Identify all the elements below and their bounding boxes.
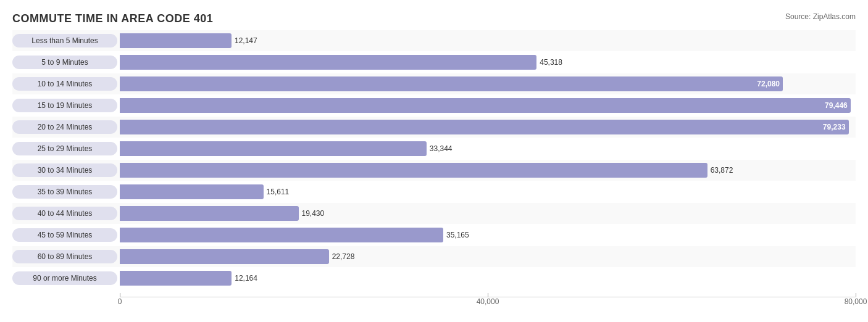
bar-fill: 79,233 (120, 120, 849, 134)
bar-label: 30 to 34 Minutes (12, 163, 117, 177)
bar-track: 79,233 (120, 120, 856, 134)
bar-track: 19,430 (120, 206, 856, 221)
bar-value: 79,233 (823, 123, 846, 131)
bar-fill: 72,080 (120, 76, 783, 91)
bar-fill (120, 141, 427, 156)
bar-row: 45 to 59 Minutes35,165 (12, 225, 856, 246)
bar-row: 5 to 9 Minutes45,318 (12, 52, 856, 73)
chart-source: Source: ZipAtlas.com (785, 12, 856, 21)
bars-container: Less than 5 Minutes12,1475 to 9 Minutes4… (12, 30, 856, 295)
bar-value: 79,446 (825, 101, 848, 110)
x-label-40k: 40,000 (477, 297, 499, 306)
bar-label: 10 to 14 Minutes (12, 77, 117, 91)
bar-row: 30 to 34 Minutes63,872 (12, 160, 856, 181)
bar-value: 33,344 (430, 144, 453, 153)
bar-row: 10 to 14 Minutes72,080 (12, 73, 856, 94)
chart-title: COMMUTE TIME IN AREA CODE 401 (12, 12, 856, 25)
bar-track: 22,728 (120, 249, 856, 264)
bar-label: 20 to 24 Minutes (12, 120, 117, 134)
bar-label: 5 to 9 Minutes (12, 56, 117, 69)
bar-row: 40 to 44 Minutes19,430 (12, 203, 856, 224)
bar-fill (120, 228, 443, 242)
bar-fill (120, 271, 232, 286)
bar-row: 20 to 24 Minutes79,233 (12, 117, 856, 138)
bar-track: 45,318 (120, 55, 856, 70)
bar-label: 45 to 59 Minutes (12, 228, 117, 242)
bar-label: 25 to 29 Minutes (12, 142, 117, 155)
bar-label: 40 to 44 Minutes (12, 207, 117, 220)
bar-fill (120, 33, 232, 48)
bar-row: 25 to 29 Minutes33,344 (12, 138, 856, 159)
bar-fill (120, 249, 329, 264)
chart-container: COMMUTE TIME IN AREA CODE 401 Source: Zi… (0, 0, 868, 322)
bar-fill (120, 55, 536, 70)
bar-track: 79,446 (120, 98, 856, 113)
bar-fill: 79,446 (120, 98, 851, 113)
bar-value: 22,728 (332, 252, 355, 261)
bar-value: 35,165 (446, 231, 469, 239)
bar-label: 60 to 89 Minutes (12, 250, 117, 263)
bar-fill (120, 184, 264, 199)
x-label-0: 0 (118, 297, 122, 306)
bar-value: 15,611 (267, 188, 290, 196)
bar-label: 90 or more Minutes (12, 271, 117, 285)
bar-value: 12,147 (235, 36, 257, 45)
bar-track: 72,080 (120, 76, 856, 91)
bar-value: 45,318 (540, 58, 562, 67)
bar-label: 35 to 39 Minutes (12, 185, 117, 199)
bar-fill (120, 163, 707, 178)
bar-label: 15 to 19 Minutes (12, 99, 117, 112)
bar-value: 72,080 (757, 80, 780, 88)
bar-track: 33,344 (120, 141, 856, 156)
bar-fill (120, 206, 299, 221)
bar-row: 35 to 39 Minutes15,611 (12, 181, 856, 202)
bar-track: 35,165 (120, 228, 856, 242)
bar-value: 12,164 (235, 274, 257, 283)
bar-track: 12,147 (120, 33, 856, 48)
bar-value: 19,430 (302, 209, 325, 218)
bar-row: 90 or more Minutes12,164 (12, 268, 856, 289)
bar-row: 15 to 19 Minutes79,446 (12, 95, 856, 116)
x-axis-container: 0 40,000 80,000 (120, 297, 856, 312)
bar-track: 12,164 (120, 271, 856, 286)
bar-label: Less than 5 Minutes (12, 34, 117, 47)
bar-track: 15,611 (120, 184, 856, 199)
bar-track: 63,872 (120, 163, 856, 178)
x-label-80k: 80,000 (845, 297, 867, 306)
bar-value: 63,872 (711, 166, 733, 175)
bar-row: Less than 5 Minutes12,147 (12, 30, 856, 51)
bar-row: 60 to 89 Minutes22,728 (12, 246, 856, 267)
